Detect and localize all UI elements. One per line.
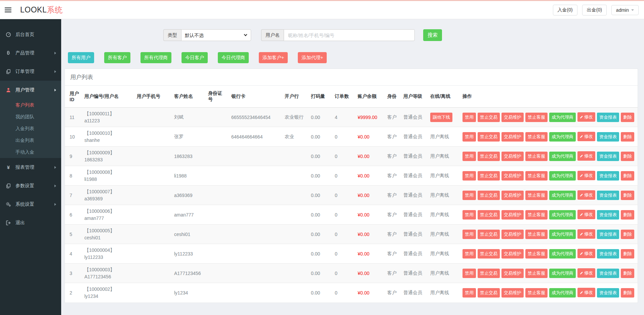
row-action-button[interactable]: 删除	[621, 171, 634, 181]
row-action-button[interactable]: 成为代理商	[549, 132, 576, 142]
row-action-button[interactable]: 交易维护	[501, 171, 524, 181]
row-action-button[interactable]: 修改	[577, 190, 595, 200]
row-action-button[interactable]: 成为代理商	[549, 288, 576, 298]
row-action-button[interactable]: 禁用	[462, 191, 476, 200]
row-action-button[interactable]: 禁用	[462, 249, 476, 259]
type-select[interactable]: 默认不选	[181, 29, 251, 41]
row-action-button[interactable]: 资金报表	[597, 269, 619, 278]
row-action-button[interactable]: 禁止交易	[478, 152, 500, 161]
sidebar-item-logout[interactable]: 退出	[0, 213, 61, 232]
row-action-button[interactable]: 修改	[577, 249, 595, 258]
sidebar-item-parameters[interactable]: 参数设置	[0, 176, 61, 195]
row-action-button[interactable]: 禁止交易	[478, 191, 500, 200]
quick-button[interactable]: 所有客户	[104, 52, 130, 63]
quick-button[interactable]: 所有代理商	[140, 52, 171, 63]
row-action-button[interactable]: 资金报表	[597, 249, 619, 259]
row-action-button[interactable]: 资金报表	[597, 113, 619, 122]
username-input[interactable]	[284, 29, 415, 41]
sidebar-item-products[interactable]: 产品管理	[0, 44, 61, 62]
row-action-button[interactable]: 禁止交易	[478, 230, 500, 239]
row-action-button[interactable]: 禁用	[462, 230, 476, 239]
row-action-button[interactable]: 修改	[577, 171, 595, 180]
row-action-button[interactable]: 交易维护	[501, 288, 524, 298]
row-action-button[interactable]: 资金报表	[597, 171, 619, 181]
row-action-button[interactable]: 交易维护	[501, 132, 524, 142]
row-action-button[interactable]: 资金报表	[597, 210, 619, 220]
row-action-button[interactable]: 修改	[577, 210, 595, 219]
row-action-button[interactable]: 资金报表	[597, 152, 619, 161]
kick-offline-button[interactable]: 踢他下线	[430, 113, 452, 122]
row-action-button[interactable]: 删除	[621, 288, 634, 298]
row-action-button[interactable]: 成为代理商	[549, 230, 576, 239]
row-action-button[interactable]: 成为代理商	[549, 210, 576, 220]
row-action-button[interactable]: 修改	[577, 229, 595, 239]
row-action-button[interactable]: 成为代理商	[549, 269, 576, 278]
row-action-button[interactable]: 禁止客服	[525, 269, 548, 278]
deposit-button[interactable]: 入金(0)	[553, 5, 577, 15]
row-action-button[interactable]: 修改	[577, 132, 595, 141]
quick-button[interactable]: 今日客户	[182, 52, 208, 63]
sidebar-subitem-deposit-list[interactable]: 入金列表	[0, 123, 61, 134]
quick-button[interactable]: 今日代理商	[218, 52, 249, 63]
sidebar-item-system-settings[interactable]: 系统设置	[0, 195, 61, 213]
row-action-button[interactable]: 资金报表	[597, 191, 619, 200]
row-action-button[interactable]: 交易维护	[501, 230, 524, 239]
row-action-button[interactable]: 禁用	[462, 288, 476, 298]
row-action-button[interactable]: 资金报表	[597, 288, 619, 298]
sidebar-item-orders[interactable]: 订单管理	[0, 62, 61, 81]
row-action-button[interactable]: 禁用	[462, 132, 476, 142]
row-action-button[interactable]: 删除	[621, 113, 634, 122]
row-action-button[interactable]: 禁止客服	[525, 152, 548, 161]
quick-button[interactable]: 添加代理+	[298, 52, 327, 63]
row-action-button[interactable]: 成为代理商	[549, 191, 576, 200]
row-action-button[interactable]: 删除	[621, 210, 634, 220]
row-action-button[interactable]: 删除	[621, 269, 634, 278]
row-action-button[interactable]: 资金报表	[597, 132, 619, 142]
row-action-button[interactable]: 交易维护	[501, 113, 524, 122]
row-action-button[interactable]: 禁止客服	[525, 171, 548, 181]
row-action-button[interactable]: 修改	[577, 288, 595, 297]
row-action-button[interactable]: 修改	[577, 151, 595, 161]
hamburger-icon[interactable]	[5, 7, 11, 12]
row-action-button[interactable]: 禁止客服	[525, 288, 548, 298]
row-action-button[interactable]: 禁用	[462, 113, 476, 122]
quick-button[interactable]: 添加客户+	[259, 52, 288, 63]
row-action-button[interactable]: 禁止交易	[478, 269, 500, 278]
row-action-button[interactable]: 禁止交易	[478, 171, 500, 181]
row-action-button[interactable]: 成为代理商	[549, 152, 576, 161]
sidebar-item-dashboard[interactable]: 后台首页	[0, 25, 61, 44]
sidebar-subitem-withdraw-list[interactable]: 出金列表	[0, 134, 61, 146]
row-action-button[interactable]: 禁止客服	[525, 132, 548, 142]
sidebar-item-users[interactable]: 用户管理	[0, 81, 61, 99]
row-action-button[interactable]: 成为代理商	[549, 249, 576, 259]
row-action-button[interactable]: 禁止交易	[478, 249, 500, 259]
row-action-button[interactable]: 修改	[577, 112, 595, 122]
row-action-button[interactable]: 禁止客服	[525, 249, 548, 259]
row-action-button[interactable]: 禁用	[462, 152, 476, 161]
row-action-button[interactable]: 交易维护	[501, 269, 524, 278]
sidebar-subitem-manual-deposit[interactable]: 手动入金	[0, 146, 61, 158]
row-action-button[interactable]: 删除	[621, 191, 634, 200]
sidebar-subitem-customer-list[interactable]: 客户列表	[0, 99, 61, 111]
row-action-button[interactable]: 删除	[621, 230, 634, 239]
row-action-button[interactable]: 禁止交易	[478, 132, 500, 142]
row-action-button[interactable]: 成为代理商	[549, 171, 576, 181]
row-action-button[interactable]: 禁用	[462, 210, 476, 220]
quick-button[interactable]: 所有用户	[68, 52, 94, 63]
row-action-button[interactable]: 交易维护	[501, 191, 524, 200]
sidebar-subitem-my-team[interactable]: 我的团队	[0, 111, 61, 123]
row-action-button[interactable]: 禁止客服	[525, 191, 548, 200]
row-action-button[interactable]: 删除	[621, 249, 634, 259]
row-action-button[interactable]: 禁止客服	[525, 230, 548, 239]
row-action-button[interactable]: 成为代理商	[549, 113, 576, 122]
row-action-button[interactable]: 禁止交易	[478, 210, 500, 220]
row-action-button[interactable]: 资金报表	[597, 230, 619, 239]
withdraw-button[interactable]: 出金(0)	[582, 5, 607, 15]
row-action-button[interactable]: 禁止交易	[478, 288, 500, 298]
row-action-button[interactable]: 禁止客服	[525, 210, 548, 220]
row-action-button[interactable]: 删除	[621, 152, 634, 161]
row-action-button[interactable]: 禁用	[462, 269, 476, 278]
row-action-button[interactable]: 禁止客服	[525, 113, 548, 122]
search-button[interactable]: 搜索	[423, 29, 442, 41]
row-action-button[interactable]: 交易维护	[501, 152, 524, 161]
